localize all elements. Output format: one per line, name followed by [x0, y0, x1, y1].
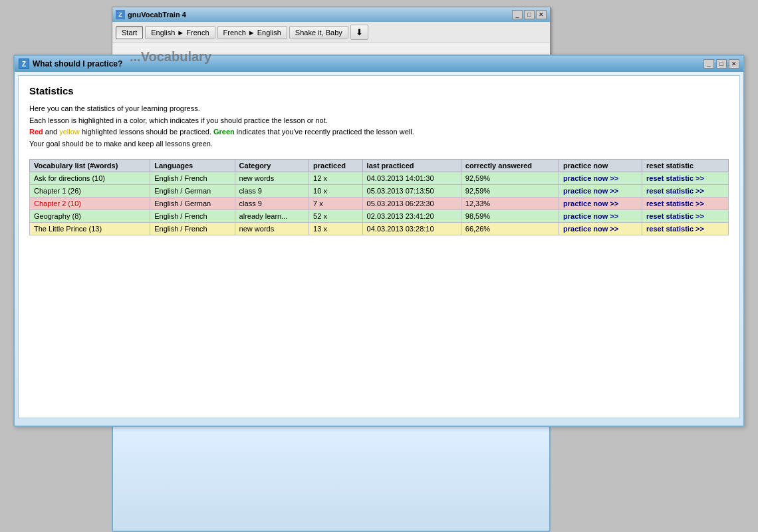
cell-last-practiced: 05.03.2013 07:13:50 [362, 185, 461, 198]
cell-correctly-answered: 92,59% [461, 172, 559, 185]
bg-minimize-btn[interactable]: _ [512, 10, 523, 19]
cell-reset-statistic[interactable]: reset statistic >> [642, 223, 729, 235]
main-title-bar: Z What should I practice? _ □ ✕ [15, 56, 743, 72]
cell-reset-statistic[interactable]: reset statistic >> [642, 185, 729, 198]
cell-category: class 9 [235, 198, 309, 210]
cell-vocab: The Little Prince (13) [30, 223, 150, 235]
cell-reset-statistic[interactable]: reset statistic >> [642, 172, 729, 185]
start-button[interactable]: Start [116, 26, 143, 39]
main-window-title: What should I practice? [33, 59, 122, 68]
cell-practiced: 12 x [309, 172, 363, 185]
cell-category: class 9 [235, 185, 309, 198]
cell-correctly-answered: 92,59% [461, 185, 559, 198]
col-reset-statistic: reset statistic [642, 160, 729, 172]
main-app-icon: Z [19, 59, 29, 69]
cell-vocab: Ask for directions (10) [30, 172, 150, 185]
col-last-practiced: last practiced [362, 160, 461, 172]
cell-vocab: Chapter 1 (26) [30, 185, 150, 198]
cell-last-practiced: 02.03.2013 23:41:20 [362, 210, 461, 223]
desc-red: Red [29, 128, 43, 136]
cell-vocab: Geography (8) [30, 210, 150, 223]
table-row: Chapter 2 (10)English / Germanclass 97 x… [30, 198, 729, 210]
main-minimize-btn[interactable]: _ [703, 59, 714, 68]
cell-practice-now[interactable]: practice now >> [559, 172, 642, 185]
bg-toolbar: Start English ► French French ► English … [112, 22, 550, 43]
table-header-row: Vocabulary list (#words) Languages Categ… [30, 160, 729, 172]
col-vocab-list: Vocabulary list (#words) [30, 160, 150, 172]
desc-post: indicates that you've recently practiced… [235, 128, 414, 136]
col-languages: Languages [150, 160, 235, 172]
bg-close-btn[interactable]: ✕ [536, 10, 547, 19]
table-row: Chapter 1 (26)English / Germanclass 910 … [30, 185, 729, 198]
main-restore-btn[interactable]: □ [716, 59, 727, 68]
main-content: Statistics Here you can the statistics o… [18, 75, 740, 418]
main-close-btn[interactable]: ✕ [729, 59, 739, 68]
cell-reset-statistic[interactable]: reset statistic >> [642, 198, 729, 210]
cell-last-practiced: 04.03.2013 14:01:30 [362, 172, 461, 185]
bg-title-bar: Z gnuVocabTrain 4 _ □ ✕ [112, 7, 550, 22]
main-window: Z What should I practice? _ □ ✕ Statisti… [13, 55, 745, 427]
cell-practiced: 52 x [309, 210, 363, 223]
cell-practice-now[interactable]: practice now >> [559, 185, 642, 198]
cell-category: new words [235, 223, 309, 235]
cell-correctly-answered: 98,59% [461, 210, 559, 223]
table-row: Geography (8)English / Frenchalready lea… [30, 210, 729, 223]
desc-line2: Each lesson is highlighted in a color, w… [29, 116, 328, 124]
table-row: Ask for directions (10)English / Frenchn… [30, 172, 729, 185]
desc-line4: Your goal should be to make and keep all… [29, 140, 213, 148]
cell-category: new words [235, 172, 309, 185]
col-correctly-answered: correctly answered [461, 160, 559, 172]
cell-last-practiced: 05.03.2013 06:23:30 [362, 198, 461, 210]
cell-languages: English / French [150, 223, 235, 235]
main-title-controls: _ □ ✕ [703, 59, 739, 68]
cell-vocab: Chapter 2 (10) [30, 198, 150, 210]
cell-languages: English / French [150, 210, 235, 223]
cell-category: already learn... [235, 210, 309, 223]
statistics-table: Vocabulary list (#words) Languages Categ… [29, 159, 729, 235]
bg-title-controls: _ □ ✕ [512, 10, 547, 19]
col-category: Category [235, 160, 309, 172]
description-block: Here you can the statistics of your lear… [29, 103, 729, 150]
table-row: The Little Prince (13)English / Frenchne… [30, 223, 729, 235]
bottom-window [112, 426, 551, 532]
col-practice-now: practice now [559, 160, 642, 172]
cell-correctly-answered: 12,33% [461, 198, 559, 210]
cell-practiced: 7 x [309, 198, 363, 210]
cell-practiced: 13 x [309, 223, 363, 235]
cell-languages: English / German [150, 198, 235, 210]
desc-green: Green [213, 128, 235, 136]
bg-app-icon: Z [116, 10, 125, 19]
english-french-button[interactable]: English ► French [145, 26, 215, 39]
bg-title-left: Z gnuVocabTrain 4 [116, 10, 186, 19]
cell-reset-statistic[interactable]: reset statistic >> [642, 210, 729, 223]
main-title-left: Z What should I practice? [19, 59, 122, 69]
statistics-heading: Statistics [29, 85, 729, 96]
bg-window-title: gnuVocabTrain 4 [128, 11, 186, 19]
desc-mid: highlighted lessons should be practiced. [80, 128, 213, 136]
bg-partial-text: ...Vocabulary [130, 49, 211, 65]
cell-languages: English / French [150, 172, 235, 185]
desc-yellow: yellow [59, 128, 80, 136]
cell-practice-now[interactable]: practice now >> [559, 198, 642, 210]
col-practiced: practiced [309, 160, 363, 172]
french-english-button[interactable]: French ► English [217, 26, 287, 39]
cell-correctly-answered: 66,26% [461, 223, 559, 235]
cell-practice-now[interactable]: practice now >> [559, 223, 642, 235]
download-button[interactable]: ⬇ [350, 25, 368, 40]
cell-last-practiced: 04.03.2013 03:28:10 [362, 223, 461, 235]
cell-practiced: 10 x [309, 185, 363, 198]
bg-restore-btn[interactable]: □ [524, 10, 535, 19]
shake-it-baby-button[interactable]: Shake it, Baby [289, 26, 348, 39]
cell-languages: English / German [150, 185, 235, 198]
cell-practice-now[interactable]: practice now >> [559, 210, 642, 223]
desc-line1: Here you can the statistics of your lear… [29, 104, 200, 112]
desc-and: and [43, 128, 59, 136]
